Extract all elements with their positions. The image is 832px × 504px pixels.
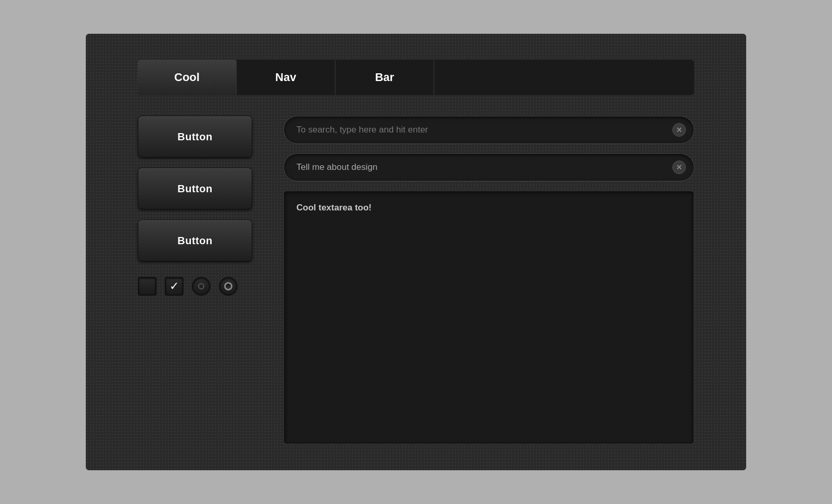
radio-selected[interactable] [219,277,238,296]
controls-row: ✓ [138,277,252,296]
search-input-2[interactable] [283,153,694,181]
clear-button-2[interactable]: ✕ [672,161,686,174]
button-1[interactable]: Button [138,116,252,157]
nav-item-cool[interactable]: Cool [138,60,237,95]
button-3[interactable]: Button [138,220,252,261]
radio-inner-empty [198,283,204,289]
clear-button-1[interactable]: ✕ [672,123,686,137]
main-panel: Cool Nav Bar Button Button Button [86,34,746,470]
textarea-field[interactable]: Cool textarea too! [283,191,694,444]
radio-unselected[interactable] [192,277,211,296]
checkmark-icon: ✓ [170,280,179,293]
search-input-wrapper-2: ✕ [283,153,694,181]
content-area: Button Button Button ✓ [138,116,694,444]
checkbox-unchecked[interactable] [138,277,157,296]
inputs-column: ✕ ✕ Cool textarea too! [283,116,694,444]
nav-label-cool: Cool [174,71,200,84]
nav-item-nav[interactable]: Nav [237,60,335,95]
nav-item-bar[interactable]: Bar [335,60,434,95]
nav-label-nav: Nav [275,71,296,84]
close-icon-2: ✕ [676,163,682,171]
nav-bar: Cool Nav Bar [138,60,694,95]
buttons-column: Button Button Button ✓ [138,116,252,444]
button-2[interactable]: Button [138,168,252,209]
search-input-1[interactable] [283,116,694,144]
nav-label-bar: Bar [375,71,394,84]
checkbox-checked[interactable]: ✓ [165,277,184,296]
close-icon-1: ✕ [676,126,682,134]
search-input-wrapper-1: ✕ [283,116,694,144]
radio-inner-filled [224,282,232,290]
